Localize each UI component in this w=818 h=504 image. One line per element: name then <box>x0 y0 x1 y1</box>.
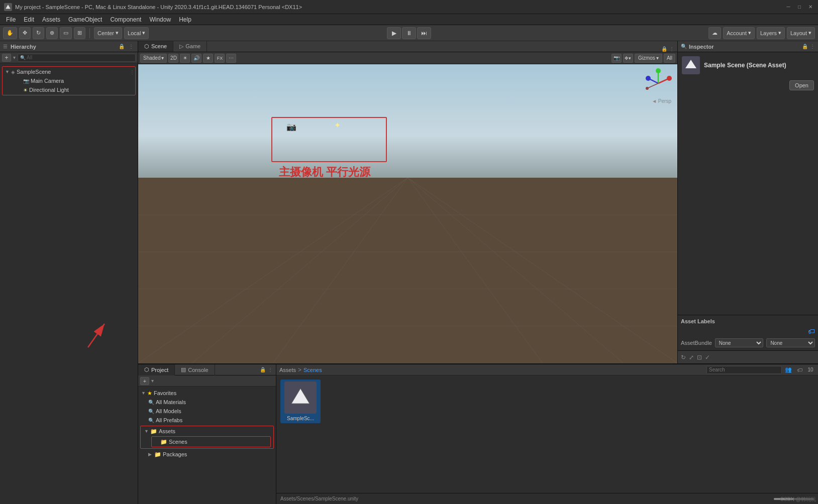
hierarchy-search-input[interactable]: 🔍 All <box>18 54 136 62</box>
window-controls: ─ □ ✕ <box>785 4 814 11</box>
assets-item[interactable]: ▼ 📁 Assets <box>141 427 273 436</box>
scenes-label: Scenes <box>169 439 187 445</box>
content-search-input[interactable] <box>706 366 782 374</box>
scene-asset-icon <box>682 56 700 74</box>
move-tool-button[interactable]: ✥ <box>19 27 31 39</box>
status-bar: Assets/Scenes/SampleScene.unity <box>276 493 818 504</box>
project-lock-icon[interactable]: 🔒 <box>260 367 266 372</box>
account-dropdown[interactable]: Account ▾ <box>723 27 755 39</box>
footer-icon-2[interactable]: ⤢ <box>689 354 694 361</box>
hierarchy-item-maincamera[interactable]: 📷 Main Camera <box>3 76 135 85</box>
project-add-button[interactable]: + <box>140 377 149 385</box>
menu-component[interactable]: Component <box>106 15 145 24</box>
scene-extras-button[interactable]: ⋯ <box>226 54 236 63</box>
scene-tab-icon: ⬡ <box>144 43 149 50</box>
play-controls: ▶ ⏸ ⏭ <box>387 27 431 39</box>
effects-button[interactable]: ★ <box>203 54 213 63</box>
close-button[interactable]: ✕ <box>807 4 814 11</box>
project-panel-controls: 🔒 ⋮ <box>260 367 276 372</box>
transform-tool-button[interactable]: ⊞ <box>74 27 85 39</box>
light-icon: ☀ <box>23 87 28 93</box>
favorites-item[interactable]: ▼ ★ Favorites <box>138 389 276 398</box>
pause-button[interactable]: ⏸ <box>402 27 416 39</box>
scene-camera-button[interactable]: 📷 <box>611 54 622 63</box>
assets-folder-icon: 📁 <box>150 428 157 435</box>
menu-window[interactable]: Window <box>145 15 175 24</box>
fx-button[interactable]: FX <box>215 54 225 63</box>
play-button[interactable]: ▶ <box>387 27 401 39</box>
search-icon-models: 🔍 <box>148 409 154 414</box>
scene-move-button[interactable]: ✥▾ <box>623 54 633 63</box>
shading-dropdown[interactable]: Shaded ▾ <box>140 54 167 63</box>
footer-icon-4[interactable]: ✓ <box>705 354 710 361</box>
all-models-item[interactable]: 🔍 All Models <box>138 407 276 416</box>
2d-toggle[interactable]: 2D <box>168 54 178 63</box>
scene-menu-icon[interactable]: ⋮ <box>130 69 135 75</box>
center-mode-dropdown[interactable]: Center ▾ <box>94 27 122 39</box>
console-tab-label: Console <box>188 367 208 373</box>
search-icon-materials: 🔍 <box>148 400 154 405</box>
tab-project[interactable]: ⬡ Project <box>138 364 175 375</box>
scene-viewport[interactable]: ◄ Persp 📷 ✦ 主摄像机 平行光源 <box>138 64 677 363</box>
footer-icon-3[interactable]: ⊡ <box>697 354 702 361</box>
hierarchy-add-button[interactable]: + <box>2 54 11 62</box>
content-icon-btn-2[interactable]: 🏷 <box>795 366 804 374</box>
rect-tool-button[interactable]: ▭ <box>60 27 72 39</box>
scene-view-area: ⬡ Scene ▷ Game 🔒 ⋮ Shaded <box>138 41 677 363</box>
step-button[interactable]: ⏭ <box>417 27 431 39</box>
favorites-label: Favorites <box>154 390 176 396</box>
footer-icon-1[interactable]: ↻ <box>681 354 686 361</box>
scene-lock-icon[interactable]: 🔒 <box>661 46 667 52</box>
asset-item-samplescene[interactable]: SampleSc... <box>280 380 321 423</box>
tab-game[interactable]: ▷ Game <box>173 41 207 52</box>
scenes-folder-icon: 📁 <box>160 439 167 445</box>
content-icon-btn-1[interactable]: 👥 <box>784 366 793 374</box>
asset-bundle-variant-select[interactable]: None <box>766 338 815 347</box>
all-prefabs-label: All Prefabs <box>156 417 182 423</box>
menu-edit[interactable]: Edit <box>20 15 38 24</box>
menu-assets[interactable]: Assets <box>38 15 64 24</box>
all-label-dropdown[interactable]: All <box>664 54 675 63</box>
hierarchy-more-button[interactable]: ⋮ <box>128 44 135 49</box>
breadcrumb-assets[interactable]: Assets <box>279 367 296 373</box>
all-materials-item[interactable]: 🔍 All Materials <box>138 398 276 407</box>
all-prefabs-item[interactable]: 🔍 All Prefabs <box>138 416 276 425</box>
scenes-item[interactable]: 📁 Scenes <box>152 437 270 446</box>
packages-item[interactable]: ▶ 📁 Packages <box>138 450 276 459</box>
menu-file[interactable]: File <box>2 15 20 24</box>
rotate-tool-button[interactable]: ↻ <box>33 27 44 39</box>
menu-help[interactable]: Help <box>175 15 195 24</box>
layers-dropdown[interactable]: Layers ▾ <box>757 27 785 39</box>
inspector-lock-icon[interactable]: 🔒 <box>802 44 808 49</box>
maximize-button[interactable]: □ <box>796 4 803 11</box>
2d-label: 2D <box>170 55 177 61</box>
open-button[interactable]: Open <box>789 80 814 90</box>
scene-label: SampleScene <box>17 69 51 75</box>
local-chevron-icon: ▾ <box>142 30 145 36</box>
gizmos-button[interactable]: Gizmos ▾ <box>635 54 662 63</box>
all-materials-label: All Materials <box>156 399 186 405</box>
minimize-button[interactable]: ─ <box>785 4 792 11</box>
inspector-more-icon[interactable]: ⋮ <box>810 44 815 49</box>
breadcrumb-scenes[interactable]: Scenes <box>303 367 322 373</box>
tag-row: 🏷 <box>681 327 815 335</box>
asset-bundle-select[interactable]: None <box>715 338 764 347</box>
scene-sky <box>138 64 677 184</box>
hierarchy-item-directionallight[interactable]: ☀ Directional Light <box>3 85 135 94</box>
lighting-button[interactable]: ☀ <box>180 54 190 63</box>
window-title: My project - SampleScene - PC, Mac & Lin… <box>15 4 785 10</box>
hierarchy-item-samplescene[interactable]: ▼ ◈ SampleScene ⋮ <box>3 67 135 76</box>
hierarchy-lock-button[interactable]: 🔒 <box>118 44 126 49</box>
local-mode-dropdown[interactable]: Local ▾ <box>124 27 149 39</box>
cloud-button[interactable]: ☁ <box>708 27 721 39</box>
menu-gameobject[interactable]: GameObject <box>64 15 106 24</box>
audio-button[interactable]: 🔊 <box>191 54 201 63</box>
tab-scene[interactable]: ⬡ Scene <box>138 41 173 52</box>
hand-tool-button[interactable]: ✋ <box>3 27 17 39</box>
tag-icon[interactable]: 🏷 <box>808 327 815 335</box>
scene-more-icon[interactable]: ⋮ <box>669 46 674 52</box>
project-more-icon[interactable]: ⋮ <box>268 367 273 372</box>
layout-dropdown[interactable]: Layout ▾ <box>787 27 815 39</box>
scale-tool-button[interactable]: ⊕ <box>46 27 58 39</box>
tab-console[interactable]: ▤ Console <box>175 364 215 375</box>
